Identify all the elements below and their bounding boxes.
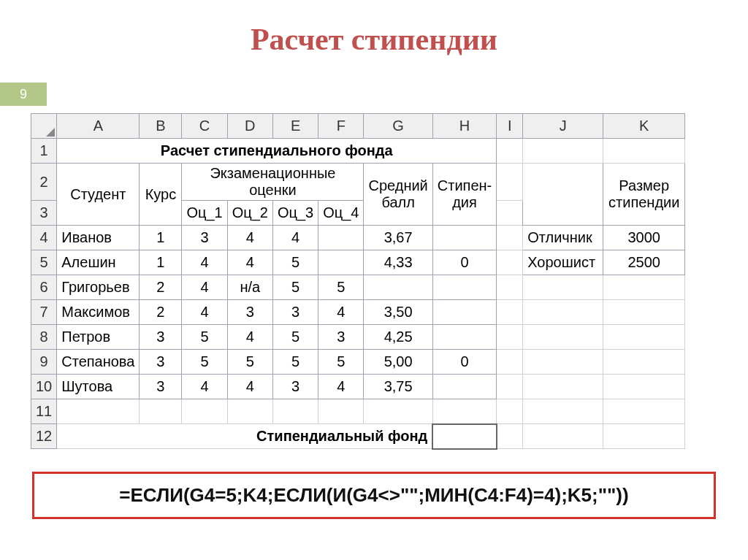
cell-G11[interactable]: [364, 399, 432, 424]
cell-F7[interactable]: 4: [318, 300, 364, 325]
cell-E5[interactable]: 5: [272, 250, 318, 275]
cell-B9[interactable]: 3: [140, 350, 182, 375]
row-head-8[interactable]: 8: [31, 325, 57, 350]
cell-A6[interactable]: Григорьев: [57, 275, 140, 300]
row-head-4[interactable]: 4: [31, 226, 57, 250]
hdr-avg[interactable]: Средний балл: [364, 164, 432, 226]
cell-I5[interactable]: [497, 250, 523, 275]
cell-I2[interactable]: [497, 164, 523, 201]
cell-I1[interactable]: [497, 139, 523, 164]
hdr-size[interactable]: Размер стипендии: [603, 164, 685, 226]
cell-J9[interactable]: [523, 350, 603, 375]
cell-C6[interactable]: 4: [182, 275, 227, 300]
cell-F10[interactable]: 4: [318, 375, 364, 399]
cell-D8[interactable]: 4: [227, 325, 272, 350]
cell-B6[interactable]: 2: [140, 275, 182, 300]
row-head-7[interactable]: 7: [31, 300, 57, 325]
hdr-exam-scores[interactable]: Экзаменационные оценки: [182, 164, 364, 201]
cell-D6[interactable]: н/а: [227, 275, 272, 300]
cell-B5[interactable]: 1: [140, 250, 182, 275]
cell-K9[interactable]: [603, 350, 685, 375]
row-head-11[interactable]: 11: [31, 399, 57, 424]
cell-F9[interactable]: 5: [318, 350, 364, 375]
cell-H6[interactable]: [432, 275, 496, 300]
cell-K6[interactable]: [603, 275, 685, 300]
cell-B11[interactable]: [140, 399, 182, 424]
cell-F4[interactable]: [318, 226, 364, 250]
cell-K11[interactable]: [603, 399, 685, 424]
fund-total-cell[interactable]: [432, 424, 496, 449]
cell-A9[interactable]: Степанова: [57, 350, 140, 375]
cell-H8[interactable]: [432, 325, 496, 350]
cell-F6[interactable]: 5: [318, 275, 364, 300]
cell-D7[interactable]: 3: [227, 300, 272, 325]
hdr-oc1[interactable]: Оц_1: [182, 201, 227, 226]
cell-J10[interactable]: [523, 375, 603, 399]
cell-J7[interactable]: [523, 300, 603, 325]
cell-J1[interactable]: [523, 139, 603, 164]
row-head-3[interactable]: 3: [31, 201, 57, 226]
cell-B7[interactable]: 2: [140, 300, 182, 325]
cell-C10[interactable]: 4: [182, 375, 227, 399]
cell-H11[interactable]: [432, 399, 496, 424]
cell-A8[interactable]: Петров: [57, 325, 140, 350]
cell-G9[interactable]: 5,00: [364, 350, 432, 375]
cell-K10[interactable]: [603, 375, 685, 399]
row-head-2[interactable]: 2: [31, 164, 57, 201]
cell-K5[interactable]: 2500: [603, 250, 685, 275]
row-head-10[interactable]: 10: [31, 375, 57, 399]
cell-H7[interactable]: [432, 300, 496, 325]
cell-K4[interactable]: 3000: [603, 226, 685, 250]
cell-G6[interactable]: [364, 275, 432, 300]
col-H[interactable]: H: [432, 114, 496, 139]
cell-C11[interactable]: [182, 399, 227, 424]
cell-D9[interactable]: 5: [227, 350, 272, 375]
col-A[interactable]: A: [57, 114, 140, 139]
cell-I12[interactable]: [497, 424, 523, 449]
cell-I10[interactable]: [497, 375, 523, 399]
cell-K8[interactable]: [603, 325, 685, 350]
cell-D5[interactable]: 4: [227, 250, 272, 275]
cell-D10[interactable]: 4: [227, 375, 272, 399]
cell-H9[interactable]: 0: [432, 350, 496, 375]
hdr-stipend[interactable]: Стипен-дия: [432, 164, 496, 226]
table-title[interactable]: Расчет стипендиального фонда: [57, 139, 497, 164]
cell-E6[interactable]: 5: [272, 275, 318, 300]
cell-I3[interactable]: [497, 201, 523, 226]
cell-J6[interactable]: [523, 275, 603, 300]
cell-A4[interactable]: Иванов: [57, 226, 140, 250]
cell-I4[interactable]: [497, 226, 523, 250]
cell-J23[interactable]: [523, 164, 603, 226]
hdr-course[interactable]: Курс: [140, 164, 182, 226]
col-E[interactable]: E: [272, 114, 318, 139]
cell-G10[interactable]: 3,75: [364, 375, 432, 399]
cell-I9[interactable]: [497, 350, 523, 375]
col-G[interactable]: G: [364, 114, 432, 139]
cell-B10[interactable]: 3: [140, 375, 182, 399]
cell-E11[interactable]: [272, 399, 318, 424]
cell-F11[interactable]: [318, 399, 364, 424]
row-head-9[interactable]: 9: [31, 350, 57, 375]
cell-J8[interactable]: [523, 325, 603, 350]
row-head-12[interactable]: 12: [31, 424, 57, 449]
cell-E9[interactable]: 5: [272, 350, 318, 375]
cell-F5[interactable]: [318, 250, 364, 275]
row-head-1[interactable]: 1: [31, 139, 57, 164]
cell-G5[interactable]: 4,33: [364, 250, 432, 275]
cell-J12[interactable]: [523, 424, 603, 449]
cell-K7[interactable]: [603, 300, 685, 325]
cell-H5[interactable]: 0: [432, 250, 496, 275]
cell-J4[interactable]: Отличник: [523, 226, 603, 250]
cell-C5[interactable]: 4: [182, 250, 227, 275]
cell-F8[interactable]: 3: [318, 325, 364, 350]
col-J[interactable]: J: [523, 114, 603, 139]
cell-I6[interactable]: [497, 275, 523, 300]
cell-K12[interactable]: [603, 424, 685, 449]
cell-G4[interactable]: 3,67: [364, 226, 432, 250]
col-B[interactable]: B: [140, 114, 182, 139]
cell-I8[interactable]: [497, 325, 523, 350]
cell-E8[interactable]: 5: [272, 325, 318, 350]
cell-E4[interactable]: 4: [272, 226, 318, 250]
select-all-corner[interactable]: [31, 114, 57, 139]
hdr-oc3[interactable]: Оц_3: [272, 201, 318, 226]
